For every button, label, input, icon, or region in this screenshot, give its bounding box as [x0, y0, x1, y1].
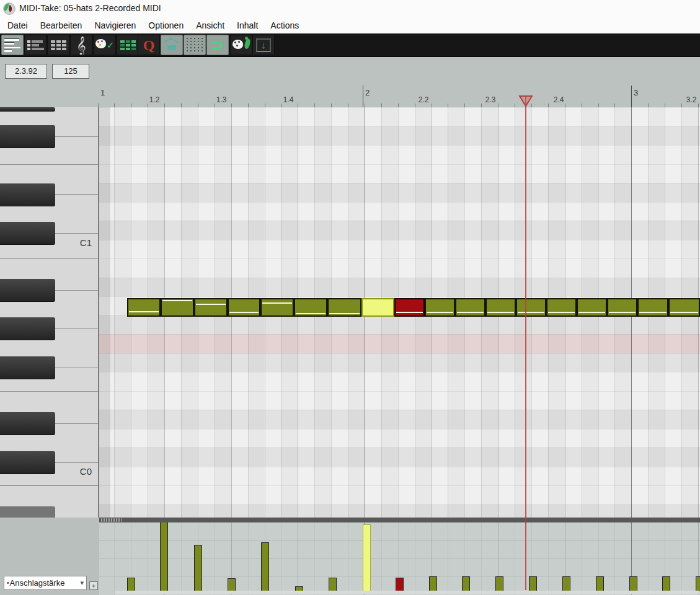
- piano-roll-grid[interactable]: [99, 107, 700, 518]
- view-event-list-button[interactable]: [47, 35, 69, 55]
- midi-note[interactable]: [260, 298, 294, 317]
- black-key[interactable]: [0, 183, 55, 206]
- playhead-marker-icon[interactable]: [518, 95, 533, 107]
- grid-row-line: [99, 429, 700, 430]
- black-key[interactable]: [0, 107, 55, 112]
- ruler-beat-label: 2.4: [554, 95, 564, 104]
- midi-note[interactable]: [577, 298, 607, 317]
- ruler-beat-label: 1.4: [283, 95, 294, 104]
- grid-row-line: [99, 258, 700, 259]
- midi-note[interactable]: [485, 298, 516, 317]
- view-named-notes-button[interactable]: [24, 35, 47, 55]
- midi-note[interactable]: [228, 298, 260, 317]
- velocity-bar[interactable]: [529, 576, 537, 591]
- white-key-divider: [0, 391, 98, 392]
- velocity-bar[interactable]: [194, 545, 202, 591]
- midi-note-muted[interactable]: [394, 298, 425, 317]
- note-overlap-line: [518, 312, 544, 313]
- grid-row-line: [99, 183, 700, 183]
- velocity-bar[interactable]: [495, 576, 503, 591]
- midi-note[interactable]: [607, 298, 637, 317]
- bullet-icon: •: [7, 580, 9, 586]
- menu-item-actions[interactable]: Actions: [264, 20, 305, 30]
- velocity-bar[interactable]: [228, 578, 236, 591]
- midi-note[interactable]: [294, 298, 327, 317]
- view-notation-button[interactable]: 𝄞: [70, 35, 92, 55]
- velocity-bar[interactable]: [261, 542, 269, 591]
- velocity-bar[interactable]: [363, 524, 371, 591]
- grid-row-line: [99, 221, 700, 221]
- midi-note[interactable]: [668, 298, 700, 317]
- black-key[interactable]: [0, 222, 55, 245]
- add-cc-lane-button[interactable]: +: [89, 581, 98, 590]
- colorize-notes-button[interactable]: ✓: [94, 35, 116, 55]
- quantize-button[interactable]: Q: [138, 35, 160, 55]
- black-key[interactable]: [0, 356, 55, 379]
- midi-note[interactable]: [425, 298, 455, 317]
- black-key[interactable]: [0, 279, 55, 302]
- velocity-bar[interactable]: [127, 578, 135, 591]
- midi-note[interactable]: [455, 298, 485, 317]
- menu-item-navigieren[interactable]: Navigieren: [88, 20, 142, 30]
- velocity-bar[interactable]: [562, 576, 570, 591]
- green-grid-icon: [120, 40, 136, 50]
- edit-cursor-position-field[interactable]: 2.3.92: [5, 64, 47, 79]
- black-key[interactable]: [0, 125, 55, 148]
- black-key[interactable]: [0, 317, 55, 340]
- velocity-bar[interactable]: [696, 576, 700, 591]
- piano-keyboard[interactable]: C1C0: [0, 107, 99, 518]
- ruler-bar-label: 1: [100, 88, 105, 97]
- velocity-bar[interactable]: [662, 576, 670, 591]
- note-overlap-line: [548, 312, 575, 313]
- white-key-divider: [55, 423, 98, 424]
- midi-note[interactable]: [194, 298, 228, 317]
- grid-row-band: [99, 183, 700, 202]
- horizontal-scrollbar[interactable]: [115, 591, 700, 594]
- black-key-partial[interactable]: [0, 506, 55, 518]
- midi-note[interactable]: [127, 298, 161, 317]
- menu-item-inhalt[interactable]: Inhalt: [231, 20, 264, 30]
- view-piano-roll-button[interactable]: [1, 35, 24, 55]
- cc-events-follow-button[interactable]: [161, 35, 183, 55]
- colorize-pedal-button[interactable]: [230, 35, 252, 55]
- white-key-divider: [55, 290, 98, 291]
- velocity-bar[interactable]: [429, 576, 437, 591]
- velocity-lane[interactable]: [99, 522, 700, 595]
- note-value-field[interactable]: 125: [52, 64, 89, 79]
- menu-item-datei[interactable]: Datei: [1, 20, 34, 30]
- snap-to-grid-button[interactable]: [184, 35, 206, 55]
- playhead-line: [525, 97, 526, 590]
- velocity-bar[interactable]: [160, 522, 168, 591]
- velocity-bar[interactable]: [462, 576, 470, 591]
- midi-note[interactable]: [161, 298, 194, 317]
- midi-note[interactable]: [637, 298, 668, 317]
- menu-item-ansicht[interactable]: Ansicht: [190, 20, 231, 30]
- splitter-drag-handle-icon[interactable]: [100, 518, 122, 522]
- menu-item-bearbeiten[interactable]: Bearbeiten: [34, 20, 89, 30]
- midi-note[interactable]: [546, 298, 577, 317]
- step-input-icon: ↓: [256, 38, 271, 52]
- black-key[interactable]: [0, 412, 55, 435]
- cc-lane-selector[interactable]: • Anschlagstärke ▾: [4, 576, 87, 590]
- window-title: MIDI-Take: 05-hats 2-Recorded MIDI: [19, 3, 161, 13]
- step-input-button[interactable]: ↓: [252, 35, 275, 55]
- velocity-bar[interactable]: [629, 576, 637, 591]
- midi-note[interactable]: [327, 298, 361, 317]
- midi-note[interactable]: [516, 298, 546, 317]
- named-notes-icon: [27, 39, 44, 51]
- velocity-grid-line: [248, 522, 249, 595]
- velocity-bar[interactable]: [329, 578, 337, 591]
- midi-note-selected[interactable]: [361, 298, 394, 317]
- velocity-grid-line: [215, 522, 215, 595]
- note-overlap-line: [578, 312, 605, 313]
- reaper-app-icon: [3, 2, 16, 15]
- lane-splitter[interactable]: [99, 518, 700, 522]
- black-key[interactable]: [0, 451, 55, 474]
- velocity-grid-line: [314, 522, 315, 595]
- velocity-bar[interactable]: [396, 578, 404, 591]
- join-notes-button[interactable]: ⊃: [206, 35, 229, 55]
- velocity-bar[interactable]: [596, 576, 604, 591]
- menu-item-optionen[interactable]: Optionen: [142, 20, 190, 30]
- note-overlap-line: [487, 312, 514, 313]
- note-grid-button[interactable]: [117, 35, 139, 55]
